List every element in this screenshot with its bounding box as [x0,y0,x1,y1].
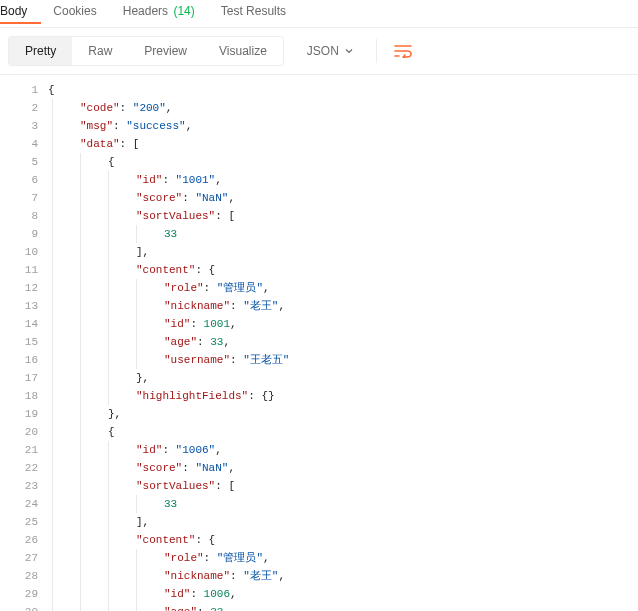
code-line: ], [48,243,638,261]
wrap-lines-icon [394,44,412,58]
json-key: "score" [136,459,182,477]
view-visualize-button[interactable]: Visualize [203,37,283,65]
indent-guide [52,117,53,135]
json-key: "id" [136,441,162,459]
indent-guide [108,549,109,567]
json-key: "id" [164,585,190,603]
json-punct: : [162,171,175,189]
code-content[interactable]: {"code": "200","msg": "success","data": … [48,75,638,611]
json-punct: , [166,99,173,117]
json-number: 33 [210,333,223,351]
tab-cookies[interactable]: Cookies [53,0,110,24]
indent-guide [52,387,53,405]
indent-guide [108,261,109,279]
indent-guide [52,603,53,611]
json-key: "score" [136,189,182,207]
json-key: "code" [80,99,120,117]
line-number: 1 [0,81,38,99]
format-dropdown[interactable]: JSON [296,37,364,65]
wrap-lines-button[interactable] [389,37,417,65]
json-key: "nickname" [164,567,230,585]
json-number: 1006 [204,585,230,603]
json-string: "管理员" [217,549,263,567]
indent-guide [108,351,109,369]
indent-guide [52,567,53,585]
indent-guide [108,585,109,603]
json-punct: , [228,459,235,477]
json-string: "200" [133,99,166,117]
json-key: "nickname" [164,297,230,315]
json-punct: : [230,351,243,369]
indent-guide [52,477,53,495]
view-pretty-button[interactable]: Pretty [9,37,72,65]
indent-guide [136,603,137,611]
indent-guide [108,243,109,261]
code-line: "score": "NaN", [48,459,638,477]
json-string: "1001" [176,171,216,189]
json-punct: , [228,189,235,207]
indent-guide [80,279,81,297]
tab-headers-count: (14) [173,4,194,18]
tab-test-results[interactable]: Test Results [221,0,300,24]
code-line: ], [48,513,638,531]
indent-guide [108,477,109,495]
json-key: "id" [164,315,190,333]
json-punct: , [230,585,237,603]
json-number: 33 [210,603,223,611]
json-string: "老王" [243,567,278,585]
code-line: "username": "王老五" [48,351,638,369]
json-key: "content" [136,531,195,549]
indent-guide [80,189,81,207]
indent-guide [52,585,53,603]
tab-headers[interactable]: Headers (14) [123,0,209,24]
indent-guide [80,477,81,495]
code-line: { [48,153,638,171]
json-key: "content" [136,261,195,279]
json-punct: : { [195,531,215,549]
indent-guide [108,567,109,585]
indent-guide [52,189,53,207]
json-string: "管理员" [217,279,263,297]
code-line: { [48,423,638,441]
indent-guide [80,243,81,261]
view-preview-button[interactable]: Preview [128,37,203,65]
json-key: "sortValues" [136,477,215,495]
json-key: "username" [164,351,230,369]
json-key: "id" [136,171,162,189]
indent-guide [80,207,81,225]
indent-guide [80,261,81,279]
json-punct: , [278,567,285,585]
indent-guide [80,351,81,369]
json-punct: : [230,297,243,315]
view-raw-button[interactable]: Raw [72,37,128,65]
response-body-editor[interactable]: 1234567891011121314151617181920212223242… [0,75,638,611]
json-punct: , [278,297,285,315]
json-string: "success" [126,117,185,135]
indent-guide [52,225,53,243]
line-number: 16 [0,351,38,369]
code-line: }, [48,369,638,387]
body-toolbar: Pretty Raw Preview Visualize JSON [0,27,638,75]
code-line: "nickname": "老王", [48,567,638,585]
json-number: 33 [164,495,177,513]
json-punct: : [190,585,203,603]
json-string: "NaN" [195,459,228,477]
indent-guide [52,171,53,189]
indent-guide [52,243,53,261]
json-punct: : [120,99,133,117]
format-dropdown-label: JSON [307,44,339,58]
indent-guide [80,513,81,531]
indent-guide [80,549,81,567]
line-number: 13 [0,297,38,315]
indent-guide [80,531,81,549]
indent-guide [52,423,53,441]
chevron-down-icon [345,47,353,55]
json-key: "role" [164,549,204,567]
line-number: 18 [0,387,38,405]
indent-guide [52,297,53,315]
json-key: "role" [164,279,204,297]
json-punct: , [215,441,222,459]
tab-body[interactable]: Body [0,0,41,24]
json-punct: }, [136,369,149,387]
code-line: "code": "200", [48,99,638,117]
